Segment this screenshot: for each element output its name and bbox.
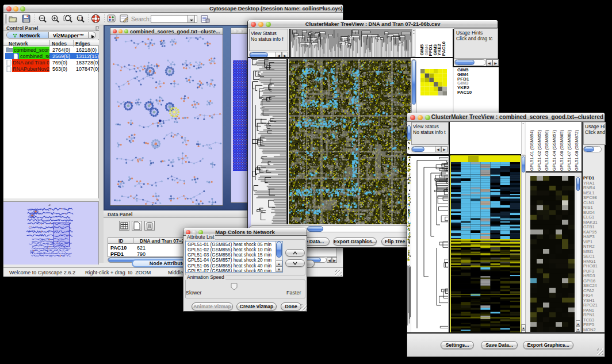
svg-text:1:1: 1:1 — [78, 17, 82, 20]
